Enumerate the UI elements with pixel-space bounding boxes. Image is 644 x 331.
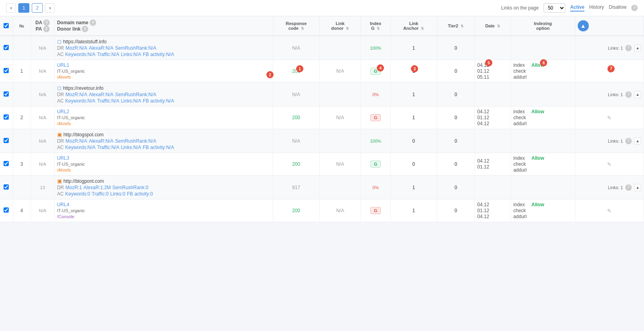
allow-button[interactable]: Allow: [531, 202, 544, 207]
url-link[interactable]: URL3: [57, 155, 270, 161]
links-help-icon[interactable]: ?: [625, 91, 632, 98]
url-num-cell: 1: [13, 60, 31, 83]
domain-checkbox[interactable]: [4, 91, 9, 97]
domain-checkbox[interactable]: [4, 184, 9, 190]
mozr-link[interactable]: MozR:N/A: [66, 45, 87, 51]
traffic-link[interactable]: Traffic:N/A: [97, 98, 119, 104]
fb-link[interactable]: FB activity:N/A: [143, 98, 174, 104]
traffic-link[interactable]: Traffic:0: [92, 191, 109, 197]
domain-dapa-cell: 13: [31, 176, 54, 199]
date2: 01.12: [477, 208, 489, 213]
traffic-link[interactable]: Traffic:N/A: [97, 52, 119, 57]
th-linkdonor: Linkdonor ⇅: [320, 16, 361, 36]
domain-help-icon[interactable]: ?: [90, 19, 96, 26]
collapse-domain-button[interactable]: ▲: [634, 184, 641, 191]
domain-favicon-icon: ▣: [57, 132, 62, 137]
url-indexing-options: index check addurl: [513, 62, 526, 80]
domain-url-link[interactable]: https://revetour.info: [63, 85, 104, 91]
edit-icon[interactable]: ✎: [607, 115, 611, 121]
alexar-link[interactable]: AlexaR:N/A: [89, 138, 114, 144]
url-link[interactable]: URL4: [57, 202, 270, 207]
url-anchor-value: 1: [413, 208, 415, 213]
tab-history[interactable]: History: [589, 4, 604, 12]
tab-disallow[interactable]: Disallow: [609, 4, 627, 12]
links-table: № DA ? PA ? Domain name ? Donor link ? R…: [0, 16, 644, 222]
links-help-icon[interactable]: ?: [625, 138, 632, 144]
domain-checkbox[interactable]: [4, 138, 9, 143]
domain-date-cell: [475, 36, 511, 60]
url-checkbox[interactable]: [4, 161, 9, 166]
links-link[interactable]: Links:N/A: [121, 98, 141, 104]
url-actions-cell: ✎: [575, 106, 644, 129]
url-link[interactable]: URL1: [57, 62, 270, 68]
indexing-option-3: addurl: [513, 74, 526, 80]
edit-icon[interactable]: ✎: [607, 161, 611, 167]
semrush-link[interactable]: SemRushRank:0: [112, 185, 148, 190]
da-help-icon[interactable]: ?: [43, 19, 50, 26]
fb-link[interactable]: FB activity:0: [127, 191, 153, 197]
allow-button[interactable]: Allow: [531, 155, 544, 161]
fb-link[interactable]: FB activity:N/A: [143, 52, 174, 57]
alexar-link[interactable]: AlexaR:1.2M: [83, 185, 111, 190]
domain-url-link[interactable]: https://lateststuff.info: [63, 39, 107, 45]
alexar-link[interactable]: AlexaR:N/A: [89, 92, 114, 97]
url-source-link[interactable]: /Ahrefs: [57, 168, 71, 172]
select-all-checkbox[interactable]: [4, 23, 9, 28]
date1: 04.12: [477, 158, 489, 164]
page-1-button[interactable]: 1: [18, 3, 29, 13]
edit-icon[interactable]: ✎: [607, 208, 611, 214]
links-help-icon[interactable]: ?: [625, 45, 632, 51]
domain-date-cell: [475, 83, 511, 106]
url-info-cell: URL2 IT-US_organic /Ahrefs: [54, 106, 273, 129]
links-link[interactable]: Links:N/A: [121, 145, 141, 150]
collapse-domain-button[interactable]: ▲: [634, 45, 641, 52]
mozr-link[interactable]: MozR:1: [66, 185, 82, 190]
pa-help-icon[interactable]: ?: [43, 26, 50, 32]
keywords-link[interactable]: Keywords:0: [65, 191, 90, 197]
domain-url-link[interactable]: http://blogpont.com: [64, 178, 104, 184]
url-source-link[interactable]: /Console: [57, 214, 74, 219]
donor-help-icon[interactable]: ?: [82, 26, 88, 32]
domain-row: N/A ◻https://lateststuff.info DRMozR:N/A…: [0, 36, 644, 60]
next-page-button[interactable]: ›: [45, 3, 55, 13]
url-checkbox[interactable]: [4, 207, 9, 213]
links-link[interactable]: Links:0: [110, 191, 125, 197]
domain-indexg-cell: 0%: [361, 83, 391, 106]
response-badge: 1: [296, 65, 303, 72]
mozr-link[interactable]: MozR:N/A: [66, 92, 87, 97]
mozr-link[interactable]: MozR:N/A: [66, 138, 87, 144]
links-per-page-select[interactable]: 50 100 200: [544, 3, 565, 13]
domain-checkbox[interactable]: [4, 45, 9, 50]
keywords-link[interactable]: Keywords:N/A: [65, 52, 95, 57]
tab-active[interactable]: Active: [570, 4, 584, 12]
add-button[interactable]: ▲: [578, 20, 589, 31]
url-source-link[interactable]: /Ahrefs: [57, 121, 71, 126]
collapse-domain-button[interactable]: ▲: [634, 91, 641, 98]
url-source-link[interactable]: /Ahrefs: [57, 75, 71, 79]
semrush-link[interactable]: SemRushRank:N/A: [115, 138, 156, 144]
url-g-badge: G: [370, 114, 381, 121]
help-icon-top[interactable]: ?: [631, 5, 638, 11]
indexing-option-1: index: [513, 62, 526, 68]
links-help-icon[interactable]: ?: [625, 184, 632, 191]
domain-num-cell: [13, 36, 31, 60]
page-2-button[interactable]: 2: [32, 3, 43, 13]
semrush-link[interactable]: SemRushRank:N/A: [115, 92, 156, 97]
url-checkbox[interactable]: [4, 114, 9, 120]
collapse-domain-button[interactable]: ▲: [634, 137, 641, 145]
fb-link[interactable]: FB activity:N/A: [143, 145, 174, 150]
url-checkbox[interactable]: [4, 68, 9, 73]
allow-button[interactable]: Allow: [531, 109, 544, 114]
url-link[interactable]: URL2: [57, 109, 270, 114]
links-link[interactable]: Links:N/A: [121, 52, 141, 57]
semrush-link[interactable]: SemRushRank:N/A: [115, 45, 156, 51]
domain-url-link[interactable]: http://blogspot.com: [64, 132, 104, 137]
tab-group: Active History Disallow: [570, 4, 627, 12]
url-indexg-cell: G: [361, 153, 391, 176]
keywords-link[interactable]: Keywords:N/A: [65, 145, 95, 150]
keywords-link[interactable]: Keywords:N/A: [65, 98, 95, 104]
url-g-badge: G: [370, 207, 381, 214]
prev-page-button[interactable]: ‹: [6, 3, 16, 13]
alexar-link[interactable]: AlexaR:N/A: [89, 45, 114, 51]
traffic-link[interactable]: Traffic:N/A: [97, 145, 119, 150]
